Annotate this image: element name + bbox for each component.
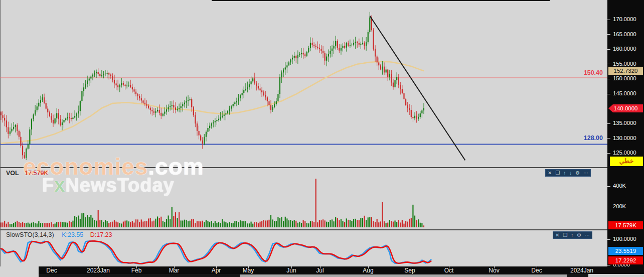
candle-body — [317, 47, 318, 48]
candle-body — [380, 65, 381, 69]
volume-bar — [371, 217, 372, 227]
candle-body — [146, 104, 147, 106]
volume-bar — [53, 224, 54, 227]
candle-body — [19, 131, 20, 137]
settings-icon[interactable]: ⚙ — [577, 232, 581, 238]
linear-scale-button[interactable]: خطي — [610, 157, 643, 166]
volume-bar — [355, 219, 356, 227]
candle-body — [366, 42, 367, 46]
volume-bar — [89, 217, 90, 227]
candle-body — [202, 141, 203, 144]
candle-body — [348, 43, 349, 46]
volume-bar — [220, 223, 221, 227]
candle-body — [112, 76, 113, 80]
volume-bar — [285, 217, 286, 227]
trend-line[interactable] — [370, 16, 465, 161]
move-up-icon[interactable]: ↑ — [571, 232, 573, 238]
volume-bar — [10, 224, 11, 227]
axis-tick — [607, 239, 610, 240]
candle-body — [308, 48, 309, 52]
candle-body — [342, 46, 343, 48]
volume-bar — [126, 220, 127, 227]
volume-bar — [204, 222, 205, 227]
volume-bar — [99, 220, 100, 227]
volume-bar — [94, 220, 95, 227]
candle-body — [99, 74, 100, 76]
candle-body — [119, 85, 120, 87]
volume-bar — [58, 222, 59, 227]
volume-bar — [325, 220, 326, 227]
close-icon[interactable]: ✕ — [555, 232, 559, 238]
volume-legend: VOL 17.579K — [6, 170, 48, 177]
volume-bar — [42, 223, 43, 227]
candle-body — [37, 106, 38, 110]
volume-bar — [195, 223, 196, 227]
horizontal-scrollbar[interactable] — [39, 274, 588, 277]
candle-body — [403, 93, 404, 99]
axis-tick — [607, 79, 610, 79]
volume-bar — [386, 223, 387, 227]
candle-body — [184, 102, 185, 104]
volume-bar — [29, 224, 30, 227]
restore-icon[interactable]: ❐ — [563, 232, 567, 238]
candle-body — [132, 87, 133, 89]
candle-body — [400, 85, 401, 89]
moving-average-line — [1, 62, 424, 144]
candle-body — [181, 106, 182, 108]
candle-body — [191, 99, 192, 107]
candle-body — [292, 58, 293, 60]
candle-body — [89, 78, 90, 80]
candle-body — [67, 117, 68, 118]
volume-bar — [268, 220, 269, 227]
candle-body — [98, 72, 99, 74]
settings-icon[interactable]: ⚙ — [575, 170, 580, 176]
candle-body — [377, 57, 378, 63]
restore-icon[interactable]: ❐ — [555, 170, 560, 176]
move-down-icon[interactable]: ↓ — [569, 170, 572, 176]
volume-bar — [191, 219, 192, 227]
candle-body — [310, 43, 311, 48]
more-icon[interactable]: ⋯ — [585, 232, 590, 238]
candle-body — [163, 114, 164, 116]
more-icon[interactable]: ⋯ — [583, 170, 588, 176]
volume-bar — [119, 223, 120, 227]
candle-body — [135, 92, 136, 94]
close-icon[interactable]: ✕ — [548, 170, 552, 176]
candle-body — [247, 87, 248, 89]
candle-body — [360, 44, 361, 45]
volume-bar — [200, 221, 201, 227]
candle-body — [141, 98, 142, 100]
volume-bar — [46, 223, 47, 227]
volume-bar — [288, 220, 289, 227]
volume-title: VOL — [6, 170, 19, 177]
candle-body — [418, 117, 419, 119]
volume-bar — [332, 219, 333, 227]
candle-body — [362, 43, 363, 44]
scrollbar-thumb[interactable] — [240, 274, 567, 277]
candle-body — [227, 111, 228, 113]
move-up-icon[interactable]: ↑ — [563, 170, 566, 176]
candle-body — [17, 125, 18, 131]
candle-body — [276, 101, 277, 104]
volume-tick-label: 200K — [613, 203, 626, 209]
volume-bar — [378, 222, 379, 227]
volume-bar — [38, 221, 39, 227]
candle-body — [51, 116, 52, 119]
sto-tick-label: 100.0000 — [613, 236, 636, 242]
volume-bar — [277, 217, 278, 227]
candle-body — [90, 77, 91, 79]
volume-bar — [28, 223, 29, 227]
volume-bar — [301, 223, 302, 227]
volume-bar — [163, 221, 164, 227]
candle-body — [355, 42, 356, 43]
candle-body — [15, 125, 16, 127]
support-line-label: 128.00 — [584, 134, 603, 142]
volume-bar — [308, 223, 309, 227]
candle-body — [124, 85, 125, 86]
candle-body — [72, 117, 73, 119]
volume-bar — [40, 223, 41, 227]
volume-bar — [423, 225, 424, 227]
volume-bar — [317, 222, 318, 227]
sto-legend: SlowSTO(3,14,3) K:23.55 D:17.23 — [6, 231, 112, 238]
volume-bar — [65, 222, 66, 227]
